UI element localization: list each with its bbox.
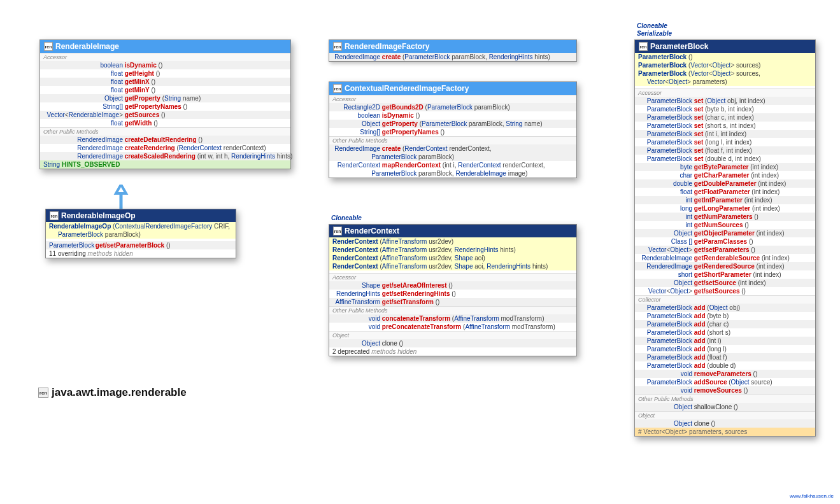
class-icon: ren: [333, 84, 342, 93]
method-row: ParameterBlock set (long l, int index): [635, 138, 815, 146]
ctor-row: ParameterBlock (Vector<Object> sources, …: [635, 69, 815, 86]
section-other: Other Public Methods: [329, 306, 576, 314]
class-icon: ren: [639, 42, 648, 51]
method-row: RenderedImage create (ParameterBlock par…: [329, 53, 576, 61]
method-row: Object getProperty (ParameterBlock param…: [329, 120, 576, 128]
section-object: Object: [635, 411, 815, 419]
method-row: RenderedImage createScaledRendering (int…: [40, 152, 290, 160]
method-row: void concatenateTransform (AffineTransfo…: [329, 314, 576, 323]
footer-link[interactable]: www.falkhausen.de: [790, 493, 834, 499]
class-renderable-image-op: ren RenderableImageOp RenderableImageOp …: [45, 209, 236, 258]
method-row: ParameterBlock add (char c): [635, 320, 815, 328]
method-row: String[] getPropertyNames (): [40, 102, 290, 111]
note-row: 11 overriding methods hidden: [46, 249, 236, 258]
class-renderable-image: ren RenderableImage Accessor boolean isD…: [39, 39, 291, 169]
method-row: ParameterBlock set (Object obj, int inde…: [635, 97, 815, 105]
class-render-context: ren RenderContext RenderContext (AffineT…: [329, 224, 577, 356]
method-row: ParameterBlock set (char c, int index): [635, 113, 815, 122]
method-row: float getHeight (): [40, 69, 290, 78]
ctor-row: ParameterBlock (Vector<Object> sources): [635, 61, 815, 69]
class-header: ren RenderableImageOp: [46, 209, 236, 222]
section-accessor: Accessor: [635, 88, 815, 97]
method-row: Object clone (): [635, 419, 815, 428]
method-row: Object get/setSource (int index): [635, 279, 815, 287]
package-name: java.awt.image.renderable: [52, 386, 187, 399]
method-row: void preConcatenateTransform (AffineTran…: [329, 323, 576, 331]
section-other: Other Public Methods: [329, 136, 576, 144]
method-row: ParameterBlock add (Object obj): [635, 304, 815, 312]
ctor-row: RenderContext (AffineTransform usr2dev, …: [329, 246, 576, 254]
method-row: RenderedImage getRenderedSource (int ind…: [635, 262, 815, 270]
method-row: RenderedImage createDefaultRendering (): [40, 136, 290, 144]
method-row: ParameterBlock add (short s): [635, 328, 815, 337]
class-parameter-block: ren ParameterBlock ParameterBlock ()Para…: [634, 39, 816, 437]
method-row: void removeSources (): [635, 386, 815, 395]
class-title: RenderContext: [345, 227, 399, 235]
method-row: Shape get/setAreaOfInterest (): [329, 281, 576, 290]
method-row: ParameterBlock set (short s, int index): [635, 122, 815, 130]
method-row: String[] getPropertyNames (): [329, 128, 576, 136]
method-row: float getWidth (): [40, 119, 290, 127]
class-icon: ren: [50, 211, 59, 220]
ctor-row: RenderContext (AffineTransform usr2dev, …: [329, 262, 576, 270]
method-row: long getLongParameter (int index): [635, 204, 815, 213]
class-header: ren ParameterBlock: [635, 40, 815, 53]
class-rendered-image-factory: ren RenderedImageFactory RenderedImage c…: [329, 39, 577, 62]
class-header: ren ContextualRenderedImageFactory: [329, 82, 576, 95]
method-row: ParameterBlock get/setParameterBlock (): [46, 241, 236, 249]
method-row: double getDoubleParameter (int index): [635, 179, 815, 188]
method-row: Vector<Object> get/setSources (): [635, 287, 815, 295]
class-title: RenderableImageOp: [61, 211, 136, 220]
method-row: int getNumSources (): [635, 221, 815, 229]
method-row: Vector<Object> get/setParameters (): [635, 246, 815, 254]
section-accessor: Accessor: [329, 273, 576, 281]
package-label: ren java.awt.image.renderable: [38, 386, 187, 399]
section-accessor: Accessor: [40, 53, 290, 61]
section-collector: Collector: [635, 295, 815, 304]
method-row: float getMinY (): [40, 86, 290, 94]
method-row: Object getProperty (String name): [40, 94, 290, 102]
method-row: float getFloatParameter (int index): [635, 188, 815, 196]
ctor-row: RenderableImageOp (ContextualRenderedIma…: [46, 222, 236, 239]
method-row: Object shallowClone (): [635, 403, 815, 411]
class-header: ren RenderContext: [329, 225, 576, 237]
section-other: Other Public Methods: [635, 395, 815, 403]
method-row: AffineTransform get/setTransform (): [329, 298, 576, 306]
stereotype-cloneable: Cloneable: [637, 22, 667, 29]
class-contextual-factory: ren ContextualRenderedImageFactory Acces…: [329, 81, 577, 178]
method-row: RenderedImage create (RenderContext rend…: [329, 144, 576, 161]
method-row: ParameterBlock add (int i): [635, 337, 815, 345]
method-row: ParameterBlock addSource (Object source): [635, 378, 815, 386]
class-title: ContextualRenderedImageFactory: [345, 84, 469, 93]
method-row: RenderContext mapRenderContext (int i, R…: [329, 161, 576, 178]
method-row: RenderingHints get/setRenderingHints (): [329, 290, 576, 298]
note-row: 2 deprecated methods hidden: [329, 347, 576, 356]
section-accessor: Accessor: [329, 95, 576, 103]
method-row: Class [] getParamClasses (): [635, 237, 815, 246]
class-header: ren RenderedImageFactory: [329, 40, 576, 53]
method-row: byte getByteParameter (int index): [635, 163, 815, 171]
method-row: ParameterBlock set (byte b, int index): [635, 105, 815, 113]
method-row: void removeParameters (): [635, 370, 815, 378]
class-icon: ren: [333, 42, 342, 51]
method-row: ParameterBlock add (long l): [635, 345, 815, 353]
class-title: ParameterBlock: [650, 42, 708, 51]
proto-row: # Vector<Object> parameters, sources: [635, 428, 815, 436]
method-row: float getMinX (): [40, 78, 290, 86]
method-row: RenderableImage getRenderableSource (int…: [635, 254, 815, 262]
package-icon: ren: [38, 388, 48, 398]
method-row: ParameterBlock set (double d, int index): [635, 155, 815, 163]
method-row: Vector<RenderableImage> getSources (): [40, 111, 290, 119]
class-icon: ren: [44, 42, 53, 51]
section-other: Other Public Methods: [40, 127, 290, 136]
method-row: Rectangle2D getBounds2D (ParameterBlock …: [329, 103, 576, 111]
method-row: ParameterBlock add (float f): [635, 353, 815, 361]
method-row: int getIntParameter (int index): [635, 196, 815, 204]
ctor-row: ParameterBlock (): [635, 53, 815, 61]
method-row: ParameterBlock set (float f, int index): [635, 146, 815, 155]
class-icon: ren: [333, 227, 342, 235]
class-header: ren RenderableImage: [40, 40, 290, 53]
method-row: int getNumParameters (): [635, 213, 815, 221]
section-object: Object: [329, 331, 576, 339]
method-row: ParameterBlock add (byte b): [635, 312, 815, 320]
